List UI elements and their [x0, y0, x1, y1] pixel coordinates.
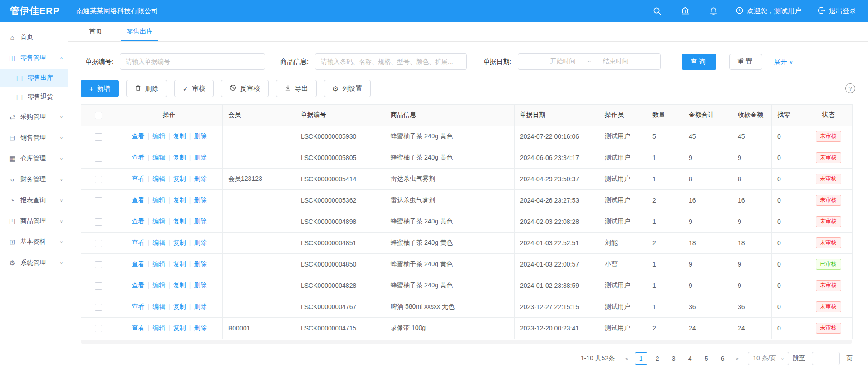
sidebar-item[interactable]: ¤ 财务管理 ∨ [0, 170, 68, 189]
sidebar-item[interactable]: ⇄ 采购管理 ∨ [0, 107, 68, 127]
edit-link[interactable]: 编辑 [152, 281, 165, 289]
sidebar-item[interactable]: ⌂ 首页 [0, 27, 68, 47]
delete-link[interactable]: 删除 [194, 260, 206, 267]
sidebar-item[interactable]: ◫ 零售管理 ∧ [0, 48, 68, 68]
row-checkbox[interactable] [95, 197, 102, 204]
row-checkbox[interactable] [95, 176, 102, 183]
view-link[interactable]: 查看 [132, 154, 145, 161]
delete-link[interactable]: 删除 [194, 303, 206, 310]
delete-button[interactable]: 删除 [126, 80, 167, 97]
page-number-button[interactable]: 5 [700, 352, 713, 365]
copy-link[interactable]: 复制 [173, 196, 186, 204]
copy-link[interactable]: 复制 [173, 239, 186, 246]
column-settings-button[interactable]: ⚙ 列设置 [324, 80, 371, 97]
view-link[interactable]: 查看 [132, 281, 145, 289]
sidebar-item[interactable]: ⚙ 系统管理 ∨ [0, 253, 68, 273]
search-button[interactable]: 查询 [682, 54, 716, 70]
copy-link[interactable]: 复制 [173, 132, 186, 140]
delete-link[interactable]: 删除 [194, 324, 206, 331]
edit-link[interactable]: 编辑 [152, 196, 165, 204]
row-checkbox[interactable] [95, 155, 102, 162]
delete-link[interactable]: 删除 [194, 218, 206, 225]
cell-total: 8 [683, 169, 732, 190]
date-range-picker[interactable]: 开始时间 ~ 结束时间 [518, 53, 661, 70]
audit-button[interactable]: ✓ 审核 [174, 80, 214, 97]
view-link[interactable]: 查看 [132, 260, 145, 267]
horizontal-scrollbar[interactable] [81, 340, 852, 344]
edit-link[interactable]: 编辑 [152, 132, 165, 140]
page-number-button[interactable]: 4 [684, 352, 696, 365]
sidebar-item[interactable]: ◔ 报表查询 ∨ [0, 190, 68, 210]
next-page-button[interactable]: > [733, 355, 742, 362]
page-number-button[interactable]: 3 [667, 352, 680, 365]
edit-link[interactable]: 编辑 [152, 239, 165, 246]
copy-link[interactable]: 复制 [173, 175, 186, 182]
page-number-button[interactable]: 6 [716, 352, 729, 365]
delete-link[interactable]: 删除 [194, 154, 206, 161]
sidebar-item[interactable]: ⊞ 基本资料 ∨ [0, 232, 68, 252]
view-link[interactable]: 查看 [132, 175, 145, 182]
row-checkbox[interactable] [95, 282, 102, 290]
product-info-input[interactable] [315, 53, 467, 70]
bank-icon[interactable] [680, 6, 690, 16]
edit-link[interactable]: 编辑 [152, 260, 165, 267]
user-welcome[interactable]: 欢迎您，测试用户 [736, 6, 801, 16]
view-link[interactable]: 查看 [132, 196, 145, 204]
page-number-button[interactable]: 2 [651, 352, 664, 365]
row-checkbox[interactable] [95, 218, 102, 226]
delete-link[interactable]: 删除 [194, 175, 206, 182]
sidebar-item[interactable]: ▦ 仓库管理 ∨ [0, 149, 68, 169]
delete-link[interactable]: 删除 [194, 132, 206, 140]
prev-page-button[interactable]: < [622, 355, 631, 362]
gear-icon: ⚙ [333, 85, 338, 92]
select-all-checkbox[interactable] [95, 112, 102, 119]
cell-operator: 测试用户 [599, 126, 647, 147]
delete-link[interactable]: 删除 [194, 281, 206, 289]
tab-item[interactable]: 首页 [81, 27, 110, 41]
jump-to-page-input[interactable] [812, 352, 840, 365]
notification-bell-icon[interactable] [708, 6, 718, 16]
row-checkbox[interactable] [95, 261, 102, 268]
edit-link[interactable]: 编辑 [152, 175, 165, 182]
bill-no-input[interactable] [120, 53, 265, 70]
view-link[interactable]: 查看 [132, 239, 145, 246]
cell-product: 雷达杀虫气雾剂 [385, 169, 515, 190]
delete-link[interactable]: 删除 [194, 239, 206, 246]
jump-page-suffix: 页 [846, 354, 853, 363]
copy-link[interactable]: 复制 [173, 154, 186, 161]
edit-link[interactable]: 编辑 [152, 324, 165, 331]
sidebar-item[interactable]: ▤ 零售退货 [0, 88, 68, 106]
sidebar-item[interactable]: ◳ 商品管理 ∨ [0, 211, 68, 231]
unaudit-button[interactable]: 反审核 [221, 80, 269, 97]
tab-item[interactable]: 零售出库 [118, 27, 161, 41]
logout-button[interactable]: 退出登录 [818, 6, 856, 16]
export-button[interactable]: 导出 [276, 80, 317, 97]
row-checkbox[interactable] [95, 240, 102, 247]
copy-link[interactable]: 复制 [173, 281, 186, 289]
row-checkbox[interactable] [95, 133, 102, 141]
sidebar-item[interactable]: ▤ 零售出库 [0, 69, 68, 87]
expand-filters-link[interactable]: 展开 ∨ [774, 58, 793, 66]
edit-link[interactable]: 编辑 [152, 218, 165, 225]
copy-link[interactable]: 复制 [173, 324, 186, 331]
view-link[interactable]: 查看 [132, 132, 145, 140]
page-size-select[interactable]: 10 条/页 ∨ [748, 352, 789, 365]
view-link[interactable]: 查看 [132, 324, 145, 331]
row-checkbox[interactable] [95, 325, 102, 332]
sidebar-item[interactable]: ⊟ 销售管理 ∨ [0, 128, 68, 148]
delete-link[interactable]: 删除 [194, 196, 206, 204]
copy-link[interactable]: 复制 [173, 218, 186, 225]
copy-link[interactable]: 复制 [173, 260, 186, 267]
copy-link[interactable]: 复制 [173, 303, 186, 310]
view-link[interactable]: 查看 [132, 303, 145, 310]
help-icon[interactable]: ? [845, 83, 855, 93]
cell-received: 45 [732, 126, 772, 147]
edit-link[interactable]: 编辑 [152, 303, 165, 310]
search-icon[interactable] [652, 6, 662, 16]
add-button[interactable]: + 新增 [81, 80, 119, 97]
reset-button[interactable]: 重置 [729, 54, 762, 70]
edit-link[interactable]: 编辑 [152, 154, 165, 161]
page-number-button[interactable]: 1 [635, 352, 647, 365]
row-checkbox[interactable] [95, 304, 102, 311]
view-link[interactable]: 查看 [132, 218, 145, 225]
